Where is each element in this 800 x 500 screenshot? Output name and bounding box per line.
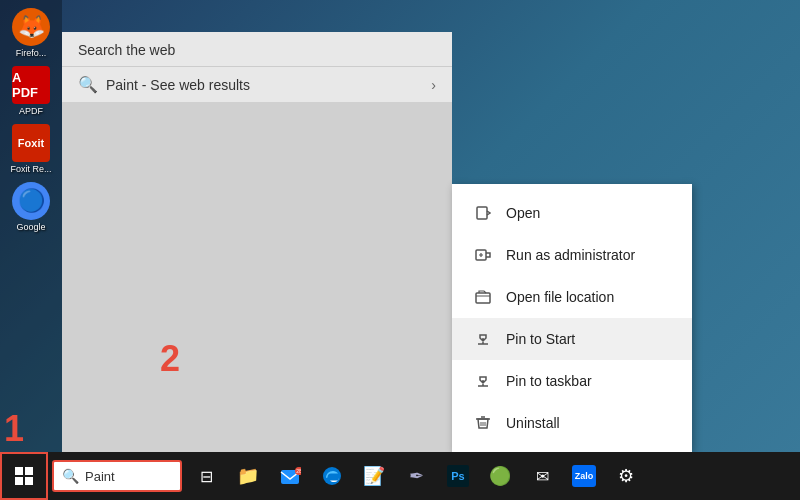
context-menu-open[interactable]: Open <box>452 192 692 234</box>
start-button[interactable] <box>0 452 48 500</box>
desktop-icon-chrome[interactable]: 🔵 Google <box>4 182 58 232</box>
uninstall-icon <box>472 412 494 434</box>
step-1-label: 1 <box>4 408 24 450</box>
run-admin-label: Run as administrator <box>506 247 635 263</box>
search-panel: Search the web 🔍 Paint - See web results… <box>62 32 452 452</box>
uninstall-label: Uninstall <box>506 415 560 431</box>
context-menu-open-location[interactable]: Open file location <box>452 276 692 318</box>
pin-start-label: Pin to Start <box>506 331 575 347</box>
open-label: Open <box>506 205 540 221</box>
context-menu-pin-taskbar[interactable]: Pin to taskbar <box>452 360 692 402</box>
open-location-label: Open file location <box>506 289 614 305</box>
search-result-arrow-icon: › <box>431 77 436 93</box>
firefox-label: Firefo... <box>16 48 47 58</box>
svg-text:28: 28 <box>296 468 301 474</box>
search-result-row[interactable]: 🔍 Paint - See web results › <box>62 67 452 102</box>
taskbar-settings-icon[interactable]: ⚙ <box>606 456 646 496</box>
desktop-icon-firefox[interactable]: 🦊 Firefo... <box>4 8 58 58</box>
taskbar-notepad-icon[interactable]: 📝 <box>354 456 394 496</box>
search-result-icon: 🔍 <box>78 75 98 94</box>
search-result-text: Paint - See web results <box>106 77 250 93</box>
desktop: 🦊 Firefo... A PDF APDF Foxit Foxit Re...… <box>0 0 800 500</box>
taskbar-mail2-icon[interactable]: ✉ <box>522 456 562 496</box>
zalo-label: Zalo <box>572 465 596 487</box>
taskbar-mail-icon[interactable]: 28 <box>270 456 310 496</box>
pin-taskbar-icon <box>472 370 494 392</box>
run-admin-icon <box>472 244 494 266</box>
taskbar-search-text: Paint <box>85 469 115 484</box>
pin-start-icon <box>472 328 494 350</box>
pdf-icon: A PDF <box>12 66 50 104</box>
context-menu-pin-start[interactable]: Pin to Start <box>452 318 692 360</box>
desktop-icon-bar: 🦊 Firefo... A PDF APDF Foxit Foxit Re...… <box>0 0 62 452</box>
taskbar-zalo-icon[interactable]: Zalo <box>564 456 604 496</box>
search-header: Search the web <box>62 32 452 67</box>
desktop-icon-foxit[interactable]: Foxit Foxit Re... <box>4 124 58 174</box>
foxit-icon: Foxit <box>12 124 50 162</box>
open-location-icon <box>472 286 494 308</box>
svg-rect-0 <box>477 207 487 219</box>
pin-taskbar-label: Pin to taskbar <box>506 373 592 389</box>
taskbar-search-icon: 🔍 <box>62 468 79 484</box>
pdf-label: APDF <box>19 106 43 116</box>
search-header-text: Search the web <box>78 42 175 58</box>
chrome-icon: 🔵 <box>12 182 50 220</box>
firefox-icon: 🦊 <box>12 8 50 46</box>
taskbar-explorer-icon[interactable]: 📁 <box>228 456 268 496</box>
svg-rect-2 <box>476 293 490 303</box>
foxit-label: Foxit Re... <box>10 164 51 174</box>
taskbar-taskview-icon[interactable]: ⊟ <box>186 456 226 496</box>
context-menu-uninstall[interactable]: Uninstall <box>452 402 692 444</box>
desktop-icon-pdf[interactable]: A PDF APDF <box>4 66 58 116</box>
context-menu-run-admin[interactable]: Run as administrator <box>452 234 692 276</box>
context-menu: Open Run as administrator Open file lo <box>452 184 692 452</box>
taskbar: 🔍 Paint ⊟ 📁 28 <box>0 452 800 500</box>
taskbar-ps-icon[interactable]: Ps <box>438 456 478 496</box>
open-icon <box>472 202 494 224</box>
taskbar-green-icon[interactable]: 🟢 <box>480 456 520 496</box>
svg-point-6 <box>323 467 341 485</box>
chrome-label: Google <box>16 222 45 232</box>
windows-icon <box>15 467 33 485</box>
taskbar-edge-icon[interactable] <box>312 456 352 496</box>
search-content-area <box>62 102 452 452</box>
step-2-label: 2 <box>160 338 180 380</box>
taskbar-search-box[interactable]: 🔍 Paint <box>52 460 182 492</box>
taskbar-pen-icon[interactable]: ✒ <box>396 456 436 496</box>
taskbar-icons-group: ⊟ 📁 28 📝 <box>182 456 650 496</box>
